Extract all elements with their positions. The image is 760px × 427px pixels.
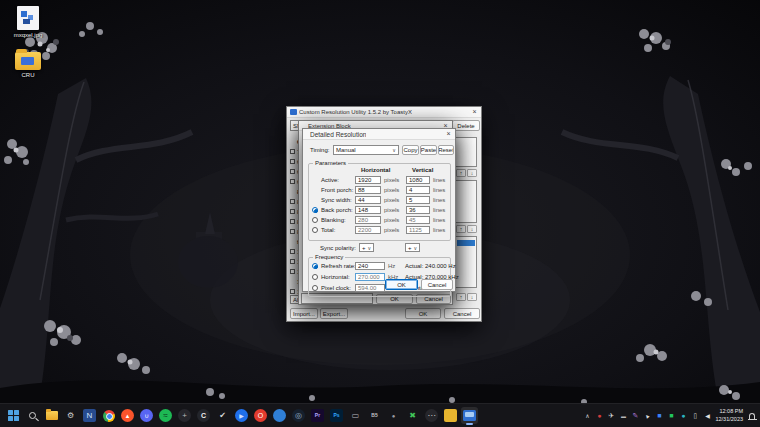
total-radio[interactable] xyxy=(312,227,318,233)
crosshair-app-button[interactable]: + xyxy=(176,407,193,424)
move-down-button[interactable]: ↓ xyxy=(467,169,477,177)
premiere-button[interactable]: Pr xyxy=(309,407,326,424)
move-down-button[interactable]: ↓ xyxy=(467,225,477,233)
close-icon[interactable]: × xyxy=(442,129,455,140)
back-porch-vertical-input[interactable]: 36 xyxy=(406,206,430,214)
geforce-app-button[interactable]: ⋯ xyxy=(423,407,440,424)
lines-unit: lines xyxy=(433,217,445,223)
crunchyroll-icon: C xyxy=(197,409,210,422)
microphone-icon[interactable]: ● xyxy=(679,412,687,419)
monitor-app-button[interactable]: ▭ xyxy=(347,407,364,424)
main-cancel-button[interactable]: Cancel xyxy=(444,308,480,319)
standard-resolutions-list[interactable] xyxy=(455,180,477,223)
green-square-tray-icon[interactable]: ■ xyxy=(667,412,675,419)
airplane-icon[interactable]: ✈ xyxy=(607,412,615,420)
xbox-game-bar-button[interactable]: ✖ xyxy=(404,407,421,424)
front-porch-vertical-input[interactable]: 4 xyxy=(406,186,430,194)
horizontal-freq-radio[interactable] xyxy=(312,274,318,280)
hidden-icons-chevron[interactable]: ∧ xyxy=(583,412,591,419)
discord-button[interactable]: ∪ xyxy=(138,407,155,424)
b5-app-button[interactable]: B5 xyxy=(366,407,383,424)
paste-button[interactable]: Paste xyxy=(420,145,437,155)
close-icon[interactable]: × xyxy=(468,107,481,118)
sync-width-label: Sync width: xyxy=(321,197,352,203)
yellow-app-icon xyxy=(444,409,457,422)
front-porch-horizontal-input[interactable]: 88 xyxy=(355,186,381,194)
detailed-resolutions-list[interactable] xyxy=(455,137,477,167)
checkbox-icon xyxy=(290,269,295,274)
pill-icon[interactable]: ▬ xyxy=(619,413,627,419)
dongle-app-button[interactable]: ● xyxy=(385,407,402,424)
desktop-icon-image-file[interactable]: mxqxel.jpg xyxy=(2,6,54,38)
search-button[interactable] xyxy=(24,407,41,424)
opera-button[interactable]: O xyxy=(252,407,269,424)
back-porch-horizontal-input[interactable]: 148 xyxy=(355,206,381,214)
blue-app-button[interactable] xyxy=(271,407,288,424)
settings-button[interactable]: ⚙ xyxy=(62,407,79,424)
move-up-button[interactable]: ↑ xyxy=(456,293,466,301)
brave-button[interactable]: ▲ xyxy=(119,407,136,424)
refresh-rate-input[interactable]: 240 xyxy=(355,262,385,270)
main-ok-button[interactable]: OK xyxy=(405,308,441,319)
active-vertical-input[interactable]: 1080 xyxy=(406,176,430,184)
selected-list-item[interactable] xyxy=(457,240,475,246)
spotify-button[interactable]: ≈ xyxy=(157,407,174,424)
cru-title-bar: Custom Resolution Utility 1.5.2 by Toast… xyxy=(287,107,481,118)
move-up-button[interactable]: ↑ xyxy=(456,225,466,233)
search-icon xyxy=(29,412,36,419)
total-label: Total: xyxy=(321,227,335,233)
desktop-icon-cru-folder[interactable]: CRU xyxy=(2,52,54,78)
blanking-horizontal-input[interactable]: 280 xyxy=(355,216,381,224)
crunchyroll-button[interactable]: C xyxy=(195,407,212,424)
tray-red-app-icon[interactable]: ● xyxy=(595,412,603,419)
monitor-icon: ▭ xyxy=(349,409,362,422)
export-button[interactable]: Export... xyxy=(320,308,348,319)
cru-taskbar-button[interactable] xyxy=(461,407,478,424)
pixel-clock-radio[interactable] xyxy=(312,285,318,291)
back-porch-radio[interactable] xyxy=(312,207,318,213)
dongle-icon: ● xyxy=(387,409,400,422)
file-explorer-button[interactable] xyxy=(43,407,60,424)
copy-button[interactable]: Copy xyxy=(402,145,419,155)
check-app-button[interactable]: ✔ xyxy=(214,407,231,424)
blanking-radio[interactable] xyxy=(312,217,318,223)
reset-button[interactable]: Reset xyxy=(438,145,454,155)
phone-link-icon[interactable]: ▯ xyxy=(691,412,699,420)
b5-icon: B5 xyxy=(368,409,381,422)
detail-cancel-button[interactable]: Cancel xyxy=(421,279,453,290)
move-up-button[interactable]: ↑ xyxy=(456,169,466,177)
blue-square-tray-icon[interactable]: ■ xyxy=(655,412,663,419)
game-folder-app-button[interactable] xyxy=(442,407,459,424)
timing-dropdown[interactable]: Manual xyxy=(333,145,399,155)
import-button[interactable]: Import... xyxy=(290,308,318,319)
refresh-rate-radio[interactable] xyxy=(312,263,318,269)
cursor-icon[interactable]: ▲ xyxy=(642,411,652,421)
blanking-vertical-input[interactable]: 45 xyxy=(406,216,430,224)
start-button[interactable] xyxy=(5,407,22,424)
sync-width-horizontal-input[interactable]: 44 xyxy=(355,196,381,204)
volume-icon[interactable]: ◀ xyxy=(703,412,711,419)
photoshop-button[interactable]: Ps xyxy=(328,407,345,424)
chrome-button[interactable] xyxy=(100,407,117,424)
notes-app-button[interactable]: N xyxy=(81,407,98,424)
move-down-button[interactable]: ↓ xyxy=(467,293,477,301)
total-vertical-input[interactable]: 1125 xyxy=(406,226,430,234)
taskbar-clock[interactable]: 12:08 PM 12/31/2023 xyxy=(715,408,743,422)
pixel-clock-input[interactable]: 594.00 xyxy=(355,284,385,292)
delete-button[interactable]: Delete xyxy=(452,120,480,131)
active-horizontal-input[interactable]: 1920 xyxy=(355,176,381,184)
total-horizontal-input[interactable]: 2200 xyxy=(355,226,381,234)
notification-bell-icon[interactable] xyxy=(749,413,755,419)
brave-icon: ▲ xyxy=(121,409,134,422)
pen-icon[interactable]: ✎ xyxy=(631,412,639,420)
detail-title-bar: Detailed Resolution × xyxy=(303,129,455,140)
sync-width-vertical-input[interactable]: 5 xyxy=(406,196,430,204)
extension-blocks-list[interactable] xyxy=(455,236,477,288)
horizontal-freq-input[interactable]: 270.000 xyxy=(355,273,385,281)
detail-ok-button[interactable]: OK xyxy=(385,279,418,290)
sync-polarity-h-dropdown[interactable]: + xyxy=(359,243,374,252)
sync-polarity-v-dropdown[interactable]: + xyxy=(405,243,420,252)
steam-button[interactable]: ◎ xyxy=(290,407,307,424)
taskbar-pinned-apps: ⚙ N ▲ ∪ ≈ + C ✔ ▶ O ◎ Pr Ps ▭ B5 ● ✖ ⋯ xyxy=(5,407,478,424)
media-app-button[interactable]: ▶ xyxy=(233,407,250,424)
